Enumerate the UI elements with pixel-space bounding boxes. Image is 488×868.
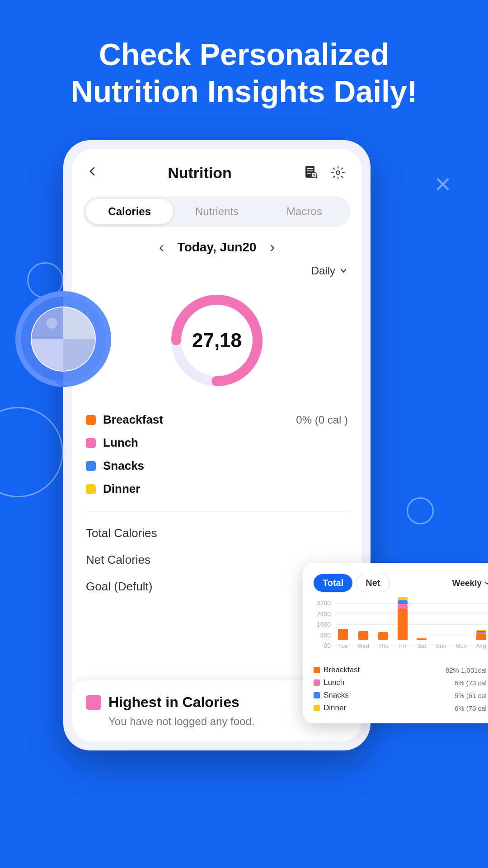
tab-switcher: Calories Nutrients Macros <box>83 196 351 227</box>
period-dropdown-icon <box>339 266 348 275</box>
bar-fri-dinner <box>398 597 408 600</box>
bar-wed-breakfast <box>358 631 368 640</box>
chart-tabs: Total Net Weekly <box>314 574 488 592</box>
date-navigator: ‹ Today, Jun20 › <box>72 234 361 263</box>
tab-nutrients[interactable]: Nutrients <box>173 199 260 224</box>
nav-icons <box>301 163 348 183</box>
grid-label-00: 00 <box>314 642 331 649</box>
tab-calories[interactable]: Calories <box>86 199 173 224</box>
chart-lunch-dot <box>314 679 320 686</box>
app-icon <box>14 289 113 389</box>
grid-label-1600: 1600 <box>314 621 331 628</box>
chart-breakfast-dot <box>314 667 320 673</box>
section-divider <box>86 511 348 512</box>
snacks-label: Snacks <box>103 459 144 473</box>
bar-thu: Thu <box>378 632 388 649</box>
chart-legend-dinner-val: 6% (73 cal ) <box>404 703 488 712</box>
chart-period-selector[interactable]: Weekly <box>452 578 488 588</box>
header-line1: Check Personalized <box>27 36 461 73</box>
period-selector[interactable]: Daily <box>72 263 361 282</box>
bar-fri: Fri <box>398 597 408 649</box>
chart-legend-snacks: Snacks <box>314 691 400 700</box>
grid-label-3200: 3200 <box>314 599 331 607</box>
period-label: Daily <box>311 264 335 277</box>
chart-legend-breakfast-val: 82% 1,001cal ) <box>404 665 488 675</box>
bar-tue: Tue <box>338 629 348 649</box>
weekly-chart-overlay: Total Net Weekly 3200 2400 1600 800 00 T… <box>303 563 488 723</box>
lunch-label: Lunch <box>103 436 138 450</box>
legend-dinner: Dinner <box>86 477 348 500</box>
back-button[interactable] <box>86 165 99 181</box>
chart-legend-breakfast: Breackfast <box>314 665 400 675</box>
breakfast-color-dot <box>86 415 96 425</box>
bar-avg-breakfast <box>476 634 486 640</box>
chart-legend-lunch: Lunch <box>314 678 400 687</box>
chart-legend-snacks-val: 5% (61 cal ) <box>404 691 488 700</box>
bar-sat-breakfast <box>417 638 427 640</box>
weekly-bar-chart: 3200 2400 1600 800 00 Tue Wed <box>314 599 488 658</box>
calorie-value: 27,18 <box>192 329 242 352</box>
total-calories-stat: Total Calories <box>86 520 348 547</box>
chart-lunch-label: Lunch <box>324 678 344 687</box>
bar-fri-snacks <box>398 600 408 604</box>
tab-macros[interactable]: Macros <box>261 199 348 224</box>
header-line2: Nutrition Insights Daily! <box>27 73 461 110</box>
bar-sat: Sat <box>417 638 427 649</box>
chart-dinner-value: 6% (73 cal ) <box>455 704 488 712</box>
bottom-card-icon <box>86 695 101 710</box>
chart-snacks-dot <box>314 692 320 698</box>
bar-thu-breakfast <box>378 632 388 640</box>
nav-bar: Nutrition <box>72 149 361 192</box>
chart-period-dropdown-icon <box>483 580 488 587</box>
grid-label-2400: 2400 <box>314 610 331 618</box>
chart-snacks-label: Snacks <box>324 691 349 700</box>
chart-legend-lunch-val: 6% (73 cal ) <box>404 678 488 687</box>
tab-net[interactable]: Net <box>356 574 389 592</box>
chart-lunch-value: 6% (73 cal ) <box>455 679 488 687</box>
page-title: Nutrition <box>168 164 232 182</box>
chart-snacks-value: 5% (61 cal ) <box>455 692 488 699</box>
breakfast-value: 0% (0 cal ) <box>296 414 348 426</box>
tab-total[interactable]: Total <box>314 574 352 592</box>
bar-tue-breakfast <box>338 629 348 640</box>
grid-label-800: 800 <box>314 632 331 639</box>
chart-legend: Breackfast 82% 1,001cal ) Lunch 6% (73 c… <box>314 665 488 712</box>
background-x-decoration: ✕ <box>434 172 452 197</box>
dinner-color-dot <box>86 484 96 494</box>
snacks-color-dot <box>86 461 96 471</box>
settings-icon[interactable] <box>328 163 348 183</box>
header-text: Check Personalized Nutrition Insights Da… <box>0 0 488 128</box>
bar-fri-lunch <box>398 604 408 609</box>
legend-snacks: Snacks <box>86 454 348 477</box>
breakfast-label: Breackfast <box>103 413 163 427</box>
calorie-donut-chart: 27,18 <box>72 282 361 404</box>
file-icon[interactable] <box>301 163 321 183</box>
bar-mon: Mon <box>455 638 467 649</box>
lunch-color-dot <box>86 438 96 448</box>
prev-date-button[interactable]: ‹ <box>159 239 164 255</box>
chart-dinner-dot <box>314 705 320 711</box>
bar-wed: Wed <box>357 631 369 649</box>
chart-breakfast-label: Breackfast <box>324 665 360 675</box>
chart-breakfast-value: 82% 1,001cal ) <box>446 666 488 674</box>
chart-dinner-label: Dinner <box>324 703 346 712</box>
bars-area: Tue Wed Thu <box>333 599 488 649</box>
legend-breakfast: Breackfast 0% (0 cal ) <box>86 408 348 431</box>
current-date: Today, Jun20 <box>178 240 257 255</box>
legend-lunch: Lunch <box>86 431 348 454</box>
bar-sun: Sun <box>436 638 446 649</box>
next-date-button[interactable]: › <box>270 239 275 255</box>
bottom-card-title: Highest in Calories <box>108 694 239 711</box>
meal-legend: Breackfast 0% (0 cal ) Lunch Snacks <box>72 404 361 508</box>
bar-avg: Avg <box>476 630 486 649</box>
svg-point-3 <box>47 318 57 329</box>
dinner-label: Dinner <box>103 482 140 496</box>
chart-legend-dinner: Dinner <box>314 703 400 712</box>
bar-fri-breakfast <box>398 609 408 640</box>
svg-point-6 <box>336 171 340 175</box>
